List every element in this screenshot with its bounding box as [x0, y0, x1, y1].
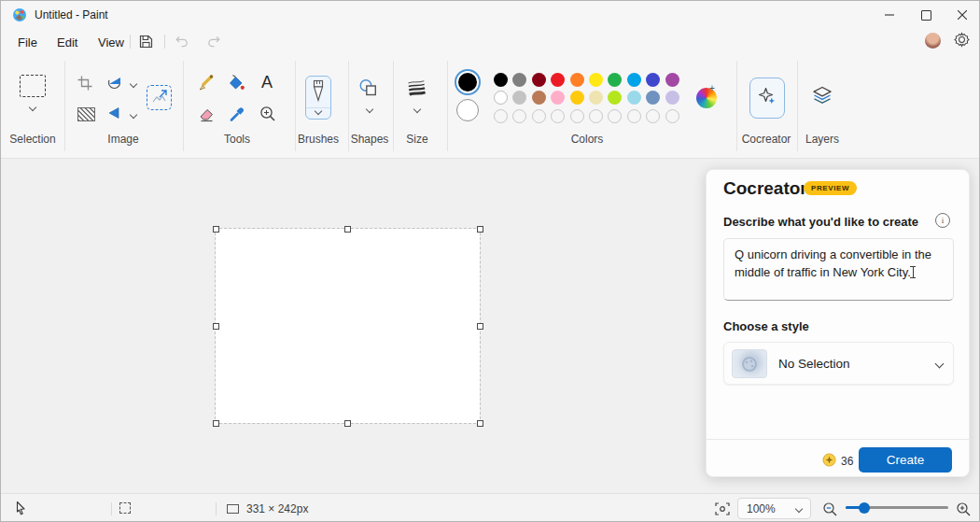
- brush-icon: [311, 79, 326, 107]
- color-swatch[interactable]: [494, 73, 508, 87]
- color-swatch[interactable]: [665, 91, 679, 105]
- color-swatch-empty[interactable]: [608, 109, 622, 123]
- resize-image-icon[interactable]: [147, 85, 172, 110]
- maximize-button[interactable]: [907, 1, 945, 29]
- close-button[interactable]: [944, 1, 980, 29]
- selection-handle-e[interactable]: [477, 323, 483, 330]
- text-cursor-icon: [913, 266, 914, 278]
- chevron-down-icon[interactable]: [366, 106, 373, 113]
- group-label-size: Size: [388, 133, 446, 146]
- prompt-text: Q unicorn driving a convertible in the m…: [735, 247, 931, 279]
- credits-count: 36: [841, 455, 853, 468]
- color-swatch-empty[interactable]: [589, 109, 603, 123]
- color-swatch[interactable]: [665, 73, 679, 87]
- color-swatch[interactable]: [627, 91, 641, 105]
- selection-tool-button[interactable]: [20, 75, 46, 97]
- color-swatch[interactable]: [494, 91, 508, 105]
- color-swatch[interactable]: [570, 73, 584, 87]
- shapes-icon[interactable]: [358, 78, 380, 102]
- minimize-button[interactable]: [871, 1, 908, 29]
- color-swatch[interactable]: [608, 91, 622, 105]
- save-icon[interactable]: [138, 34, 154, 53]
- menu-view[interactable]: View: [89, 32, 133, 52]
- color-swatch[interactable]: [512, 73, 526, 87]
- account-avatar[interactable]: [925, 33, 941, 49]
- selection-size-icon: [119, 502, 131, 514]
- color-swatch[interactable]: [570, 91, 584, 105]
- divider: [707, 439, 971, 440]
- color-swatch-empty[interactable]: [570, 109, 584, 123]
- selection-handle-nw[interactable]: [213, 226, 219, 233]
- divider: [130, 35, 131, 49]
- selection-handle-sw[interactable]: [213, 420, 219, 427]
- color-picker-icon[interactable]: [228, 105, 246, 127]
- selection-handle-n[interactable]: [344, 226, 351, 233]
- flip-icon[interactable]: [106, 106, 121, 124]
- color-swatch-empty[interactable]: [494, 109, 508, 123]
- color-swatch-empty[interactable]: [512, 109, 526, 123]
- color-swatch[interactable]: [532, 73, 546, 87]
- text-tool-icon[interactable]: A: [259, 72, 275, 92]
- cocreator-button[interactable]: [749, 78, 785, 119]
- cocreator-panel-title: Cocreator: [723, 178, 807, 199]
- selection-handle-se[interactable]: [477, 420, 483, 427]
- drawing-canvas[interactable]: [216, 229, 480, 423]
- layers-icon[interactable]: [811, 85, 833, 111]
- brushes-button[interactable]: [305, 76, 331, 120]
- selection-handle-ne[interactable]: [477, 226, 483, 233]
- color-swatch-empty[interactable]: [532, 109, 546, 123]
- eraser-icon[interactable]: [197, 105, 216, 127]
- fit-to-screen-icon[interactable]: [714, 501, 731, 520]
- paint-window: Untitled - Paint File Edit View Selectio…: [0, 0, 980, 522]
- style-dropdown[interactable]: No Selection: [723, 342, 954, 385]
- color-swatch-empty[interactable]: [627, 109, 641, 123]
- zoom-dropdown[interactable]: 100%: [737, 498, 811, 519]
- group-label-image: Image: [94, 133, 152, 146]
- magnifier-icon[interactable]: [259, 105, 277, 127]
- color-swatch[interactable]: [627, 73, 641, 87]
- chevron-down-icon[interactable]: [130, 80, 137, 88]
- canvas-size-value: 331 × 242px: [246, 502, 308, 515]
- selection-handle-w[interactable]: [213, 323, 219, 330]
- primary-color-swatch[interactable]: [455, 69, 481, 95]
- size-icon[interactable]: [407, 79, 427, 100]
- redo-icon[interactable]: [206, 34, 222, 53]
- divider: [216, 502, 217, 515]
- color-swatch-empty[interactable]: [665, 109, 679, 123]
- zoom-slider-track[interactable]: [846, 506, 948, 509]
- menu-edit[interactable]: Edit: [48, 32, 87, 52]
- resize-skew-icon[interactable]: [77, 107, 95, 121]
- color-swatch[interactable]: [551, 91, 565, 105]
- color-swatch[interactable]: [512, 91, 526, 105]
- credits-coin-icon: [822, 453, 836, 471]
- crop-icon[interactable]: [77, 75, 93, 95]
- color-swatch[interactable]: [646, 73, 660, 87]
- undo-icon[interactable]: [174, 34, 189, 53]
- color-swatch-empty[interactable]: [646, 109, 660, 123]
- menu-file[interactable]: File: [8, 32, 47, 52]
- zoom-slider-thumb[interactable]: [859, 502, 870, 514]
- selection-handle-s[interactable]: [344, 420, 351, 427]
- color-swatch-empty[interactable]: [551, 109, 565, 123]
- divider: [183, 61, 184, 151]
- zoom-in-icon[interactable]: [956, 501, 972, 521]
- chevron-down-icon[interactable]: [413, 106, 421, 113]
- rotate-icon[interactable]: [105, 75, 123, 95]
- pencil-icon[interactable]: [197, 74, 216, 96]
- color-swatch[interactable]: [589, 91, 603, 105]
- color-swatch[interactable]: [589, 73, 603, 87]
- create-button[interactable]: Create: [859, 447, 952, 473]
- chevron-down-icon[interactable]: [29, 104, 36, 111]
- color-swatch[interactable]: [532, 91, 546, 105]
- group-label-selection: Selection: [4, 133, 62, 146]
- zoom-out-icon[interactable]: [822, 501, 838, 521]
- color-swatch[interactable]: [551, 73, 565, 87]
- secondary-color-swatch[interactable]: [456, 99, 479, 121]
- info-icon[interactable]: [935, 213, 950, 228]
- chevron-down-icon[interactable]: [130, 111, 137, 119]
- fill-bucket-icon[interactable]: [227, 74, 245, 96]
- prompt-input[interactable]: Q unicorn driving a convertible in the m…: [723, 238, 954, 301]
- settings-gear-icon[interactable]: [954, 32, 970, 51]
- color-swatch[interactable]: [608, 73, 622, 87]
- color-swatch[interactable]: [646, 91, 660, 105]
